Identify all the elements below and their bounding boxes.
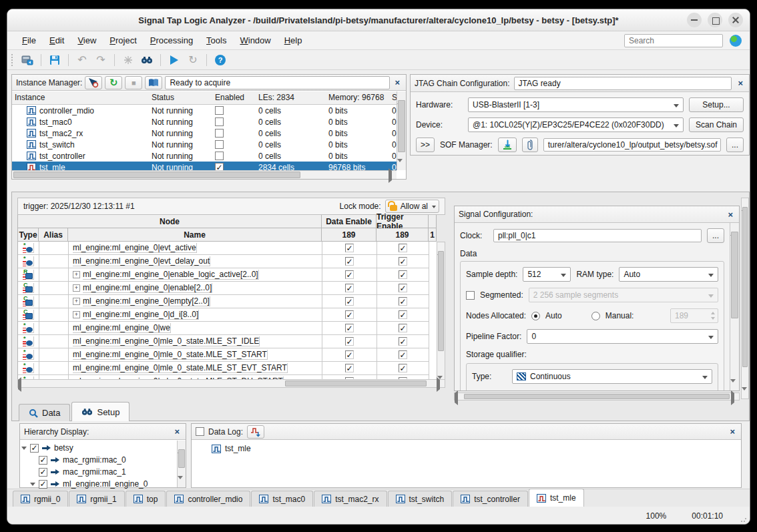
help-icon[interactable]: ? (213, 53, 228, 67)
alias-cell[interactable] (39, 268, 69, 282)
tab-data[interactable]: Data (19, 404, 70, 421)
hardware-select[interactable]: USB-BlasterII [1-3] (468, 97, 684, 112)
menu-tools[interactable]: Tools (201, 33, 232, 47)
signal-config-vscrollbar[interactable] (730, 223, 739, 390)
signal-name[interactable]: ml_engine:ml_engine_0|mle_0_state.MLE_ST… (69, 348, 322, 362)
scan-chain-button[interactable]: Scan Chain (689, 117, 744, 132)
minimize-button[interactable] (687, 13, 702, 27)
segmented-checkbox[interactable] (466, 291, 475, 300)
alias-cell[interactable] (39, 362, 69, 375)
close-icon[interactable]: × (728, 427, 737, 437)
trigger-enable-cell[interactable]: ✓ (377, 295, 429, 308)
close-icon[interactable]: × (172, 427, 182, 437)
instance-tab[interactable]: tst_mac0 (251, 491, 313, 507)
menu-help[interactable]: Help (279, 33, 308, 47)
signal-name[interactable]: +ml_engine:ml_engine_0|d_i[8..0] (69, 308, 322, 322)
menu-window[interactable]: Window (234, 33, 276, 47)
signal-name[interactable]: ml_engine:ml_engine_0|mle_0_state.MLE_ST… (69, 335, 322, 348)
node-checkbox[interactable]: ✓ (30, 444, 39, 453)
data-enable-cell[interactable]: ✓ (322, 282, 377, 295)
data-log-checkbox[interactable] (196, 427, 204, 436)
device-select[interactable]: @1: 10CL025(Y|Z)/EP3C25/EP4CE22 (0x020F3… (468, 117, 684, 132)
signal-row[interactable]: * ml_engine:ml_engine_0|mle_0_state.MLE_… (18, 348, 437, 362)
data-enable-cell[interactable]: ✓ (322, 295, 377, 308)
alias-cell[interactable] (39, 242, 69, 255)
data-log-capture-icon[interactable] (247, 425, 264, 439)
alias-cell[interactable] (39, 255, 69, 268)
enable-checkbox[interactable] (215, 106, 224, 115)
data-enable-cell[interactable]: ✓ (322, 362, 377, 375)
tree-item[interactable]: ✓ mac_rgmii:mac_1 (21, 466, 184, 478)
instance-row[interactable]: tst_controller Not running 0 cells 0 bit… (12, 150, 397, 162)
redo-icon[interactable]: ↷ (93, 53, 108, 67)
alias-cell[interactable] (39, 308, 69, 322)
trigger-enable-cell[interactable]: ✓ (377, 242, 429, 255)
clock-field[interactable]: pll:pll_0|c1 (493, 229, 702, 242)
data-enable-cell[interactable]: ✓ (322, 308, 377, 322)
enable-checkbox[interactable] (215, 140, 224, 149)
signal-table-vscrollbar[interactable] (437, 242, 445, 388)
signal-row[interactable]: C +ml_engine:ml_engine_0|d_i[8..0] ✓ ✓ (18, 308, 437, 322)
expand-icon[interactable]: + (73, 284, 80, 292)
setup-button[interactable]: Setup... (689, 97, 744, 112)
node-checkbox[interactable]: ✓ (39, 468, 47, 477)
instance-tab[interactable]: tst_controller (453, 491, 528, 507)
hierarchy-vscrollbar[interactable] (177, 441, 186, 487)
instance-table-vscrollbar[interactable] (397, 91, 406, 170)
signal-name[interactable]: ml_engine:ml_engine_0|evt_delay_out (69, 255, 322, 268)
signal-row[interactable]: C +ml_engine:ml_engine_0|enable[2..0] ✓ … (18, 282, 437, 295)
signal-row[interactable]: * ml_engine:ml_engine_0|evt_delay_out ✓ … (18, 255, 437, 268)
data-enable-cell[interactable]: ✓ (322, 268, 377, 282)
trigger-enable-cell[interactable]: ✓ (377, 362, 429, 375)
autorun-icon[interactable]: ↻ (186, 53, 200, 67)
expand-sof-button[interactable]: >> (416, 138, 435, 152)
sof-path-field[interactable]: turer/altera/cyclone10_lp/output_betsy/b… (543, 138, 721, 152)
signal-name[interactable]: ml_engine:ml_engine_0|we (69, 322, 322, 335)
data-log-item[interactable]: tst_mle (192, 440, 741, 453)
signal-row[interactable]: R +ml_engine:ml_engine_0|enable_logic_ac… (18, 268, 437, 282)
menu-view[interactable]: View (72, 33, 101, 47)
node-checkbox[interactable]: ✓ (39, 456, 47, 465)
run-analysis-icon[interactable] (167, 53, 182, 67)
signal-row[interactable]: * ml_engine:ml_engine_0|evt_active ✓ ✓ (18, 242, 437, 255)
expand-icon[interactable]: + (73, 311, 80, 318)
browse-sof-button[interactable]: ... (726, 138, 744, 152)
ram-type-select[interactable]: Auto (619, 267, 718, 282)
data-enable-cell[interactable]: ✓ (322, 242, 377, 255)
instance-row[interactable]: tst_mac2_rx Not running 0 cells 0 bits 0 (12, 127, 397, 139)
trigger-enable-cell[interactable]: ✓ (377, 308, 429, 322)
instance-tab[interactable]: tst_switch (388, 491, 453, 507)
enable-checkbox[interactable]: ✓ (215, 163, 224, 170)
lock-mode-select[interactable]: Allow al (385, 200, 439, 213)
instance-tab[interactable]: rgmii_1 (69, 491, 124, 507)
tree-item[interactable]: ✓ betsy (21, 442, 184, 454)
expand-icon[interactable]: + (73, 298, 80, 305)
instance-row[interactable]: tst_mac0 Not running 0 cells 0 bits 0 (12, 116, 397, 127)
instance-tab[interactable]: controller_mdio (166, 491, 250, 507)
alias-cell[interactable] (39, 282, 69, 295)
instance-row[interactable]: tst_switch Not running 0 cells 0 bits 0 (12, 139, 397, 150)
attach-sof-icon[interactable] (522, 138, 538, 152)
trigger-enable-cell[interactable]: ✓ (377, 282, 429, 295)
instance-table-hscrollbar[interactable] (12, 170, 397, 179)
sample-depth-select[interactable]: 512 (523, 267, 571, 282)
run-analysis-button[interactable] (85, 76, 102, 89)
collapse-icon[interactable] (30, 483, 35, 486)
alias-cell[interactable] (39, 348, 69, 362)
alias-cell[interactable] (39, 335, 69, 348)
read-data-button[interactable] (145, 76, 162, 89)
save-button[interactable] (47, 53, 62, 67)
maximize-button[interactable] (708, 13, 722, 27)
signal-table-hscrollbar[interactable] (17, 379, 445, 388)
instance-tab[interactable]: rgmii_0 (13, 491, 68, 507)
stop-button[interactable]: ■ (125, 76, 142, 89)
signal-row[interactable]: C +ml_engine:ml_engine_0|empty[2..0] ✓ ✓ (18, 295, 437, 308)
instance-table-header[interactable]: Instance Status Enabled LEs: 2834 Memory… (12, 91, 397, 105)
collapse-icon[interactable] (21, 447, 27, 450)
resize-grip[interactable] (740, 516, 747, 523)
compile-icon[interactable] (121, 53, 136, 67)
signal-name[interactable]: ml_engine:ml_engine_0|mle_0_state.MLE_ST… (69, 362, 322, 375)
signal-row[interactable]: * ml_engine:ml_engine_0|mle_0_state.MLE_… (18, 362, 437, 375)
signal-row[interactable]: * ml_engine:ml_engine_0|mle_0_state.MLE_… (18, 335, 437, 348)
close-icon[interactable]: × (726, 210, 735, 220)
